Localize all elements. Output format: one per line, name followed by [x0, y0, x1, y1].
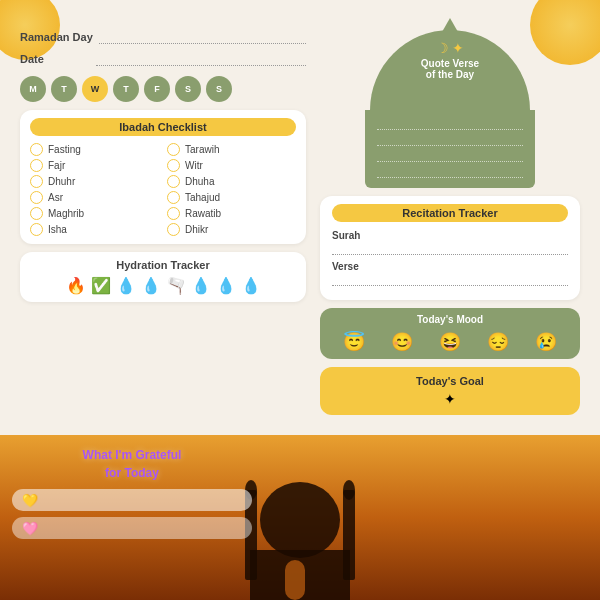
- maghrib-checkbox[interactable]: [30, 207, 43, 220]
- grateful-title: What I'm Gratefulfor Today: [83, 448, 182, 480]
- recitation-title: Recitation Tracker: [332, 204, 568, 222]
- drop-6[interactable]: 💧: [191, 276, 211, 295]
- ibadah-maghrib[interactable]: Maghrib: [30, 207, 159, 220]
- verse-label: Verse: [332, 261, 568, 272]
- fajr-checkbox[interactable]: [30, 159, 43, 172]
- mosque-base: [365, 110, 535, 188]
- isha-label: Isha: [48, 224, 67, 235]
- grateful-lines: 💛 🩷: [12, 489, 252, 539]
- verse-field: Verse: [332, 261, 568, 286]
- fasting-checkbox[interactable]: [30, 143, 43, 156]
- ibadah-rawatib[interactable]: Rawatib: [167, 207, 296, 220]
- tahajud-label: Tahajud: [185, 192, 220, 203]
- asr-checkbox[interactable]: [30, 191, 43, 204]
- dhuhr-checkbox[interactable]: [30, 175, 43, 188]
- goal-box: Today's Goal ✦: [320, 367, 580, 415]
- drop-8[interactable]: 💧: [241, 276, 261, 295]
- quote-line-4[interactable]: [377, 166, 523, 178]
- grateful-heart-2: 🩷: [22, 521, 38, 536]
- ibadah-fasting[interactable]: Fasting: [30, 143, 159, 156]
- quote-line-3[interactable]: [377, 150, 523, 162]
- ibadah-fajr[interactable]: Fajr: [30, 159, 159, 172]
- dhikr-checkbox[interactable]: [167, 223, 180, 236]
- rawatib-label: Rawatib: [185, 208, 221, 219]
- day-W[interactable]: W: [82, 76, 108, 102]
- fajr-label: Fajr: [48, 160, 65, 171]
- ibadah-witr[interactable]: Witr: [167, 159, 296, 172]
- tahajud-checkbox[interactable]: [167, 191, 180, 204]
- grateful-heart-1: 💛: [22, 493, 38, 508]
- fasting-label: Fasting: [48, 144, 81, 155]
- mood-emoji-2[interactable]: 😊: [391, 331, 413, 353]
- ibadah-dhuhr[interactable]: Dhuhr: [30, 175, 159, 188]
- mosque-dome: ☽ ✦ Quote Verseof the Day: [370, 30, 530, 110]
- witr-label: Witr: [185, 160, 203, 171]
- date-input[interactable]: [96, 52, 306, 66]
- mood-emoji-4[interactable]: 😔: [487, 331, 509, 353]
- grateful-overlay: What I'm Gratefulfor Today 💛 🩷: [12, 445, 252, 539]
- quote-verse-container: ☽ ✦ Quote Verseof the Day: [320, 30, 580, 188]
- goal-star-icon: ✦: [332, 391, 568, 407]
- ibadah-tahajud[interactable]: Tahajud: [167, 191, 296, 204]
- ibadah-asr[interactable]: Asr: [30, 191, 159, 204]
- svg-point-4: [343, 480, 355, 500]
- drop-5[interactable]: 🫗: [166, 276, 186, 295]
- ramadan-day-input[interactable]: [99, 30, 306, 44]
- day-S1[interactable]: S: [175, 76, 201, 102]
- day-F[interactable]: F: [144, 76, 170, 102]
- days-row: M T W T F S S: [20, 76, 306, 102]
- goal-title: Today's Goal: [332, 375, 568, 387]
- page: Ramadan Day Date M T W T F S S Ibadah Ch…: [0, 0, 600, 600]
- dhuha-label: Dhuha: [185, 176, 214, 187]
- svg-rect-6: [285, 560, 305, 600]
- day-T1[interactable]: T: [51, 76, 77, 102]
- ibadah-isha[interactable]: Isha: [30, 223, 159, 236]
- date-label: Date: [20, 53, 90, 65]
- grateful-line-2[interactable]: 🩷: [12, 517, 252, 539]
- ibadah-items: Fasting Tarawih Fajr Witr: [30, 143, 296, 236]
- day-M[interactable]: M: [20, 76, 46, 102]
- dhuhr-label: Dhuhr: [48, 176, 75, 187]
- mood-emojis: 😇 😊 😆 😔 😢: [330, 331, 570, 353]
- quote-line-2[interactable]: [377, 134, 523, 146]
- mood-box: Today's Mood 😇 😊 😆 😔 😢: [320, 308, 580, 359]
- ibadah-title: Ibadah Checklist: [30, 118, 296, 136]
- isha-checkbox[interactable]: [30, 223, 43, 236]
- day-T2[interactable]: T: [113, 76, 139, 102]
- rawatib-checkbox[interactable]: [167, 207, 180, 220]
- ibadah-dhikr[interactable]: Dhikr: [167, 223, 296, 236]
- ramadan-day-row: Ramadan Day: [20, 30, 306, 44]
- quote-lines: [377, 118, 523, 178]
- hydration-box: Hydration Tracker 🔥 ✅ 💧 💧 🫗 💧 💧 💧: [20, 252, 306, 302]
- drop-7[interactable]: 💧: [216, 276, 236, 295]
- witr-checkbox[interactable]: [167, 159, 180, 172]
- grateful-line-1[interactable]: 💛: [12, 489, 252, 511]
- dhikr-label: Dhikr: [185, 224, 208, 235]
- drop-4[interactable]: 💧: [141, 276, 161, 295]
- drop-3[interactable]: 💧: [116, 276, 136, 295]
- surah-label: Surah: [332, 230, 568, 241]
- tarawih-checkbox[interactable]: [167, 143, 180, 156]
- svg-point-0: [260, 482, 340, 558]
- hydration-drops: 🔥 ✅ 💧 💧 🫗 💧 💧 💧: [30, 276, 296, 295]
- tarawih-label: Tarawih: [185, 144, 219, 155]
- asr-label: Asr: [48, 192, 63, 203]
- day-S2[interactable]: S: [206, 76, 232, 102]
- verse-input[interactable]: [332, 272, 568, 286]
- ramadan-day-label: Ramadan Day: [20, 31, 93, 43]
- dhuha-checkbox[interactable]: [167, 175, 180, 188]
- mood-emoji-5[interactable]: 😢: [535, 331, 557, 353]
- mood-title: Today's Mood: [330, 314, 570, 325]
- ibadah-dhuha[interactable]: Dhuha: [167, 175, 296, 188]
- ibadah-checklist-box: Ibadah Checklist Fasting Tarawih Fajr: [20, 110, 306, 244]
- mood-emoji-3[interactable]: 😆: [439, 331, 461, 353]
- mood-emoji-1[interactable]: 😇: [343, 331, 365, 353]
- drop-2[interactable]: ✅: [91, 276, 111, 295]
- recitation-box: Recitation Tracker Surah Verse: [320, 196, 580, 300]
- maghrib-label: Maghrib: [48, 208, 84, 219]
- date-row: Date: [20, 52, 306, 66]
- surah-input[interactable]: [332, 241, 568, 255]
- ibadah-tarawih[interactable]: Tarawih: [167, 143, 296, 156]
- drop-1[interactable]: 🔥: [66, 276, 86, 295]
- quote-line-1[interactable]: [377, 118, 523, 130]
